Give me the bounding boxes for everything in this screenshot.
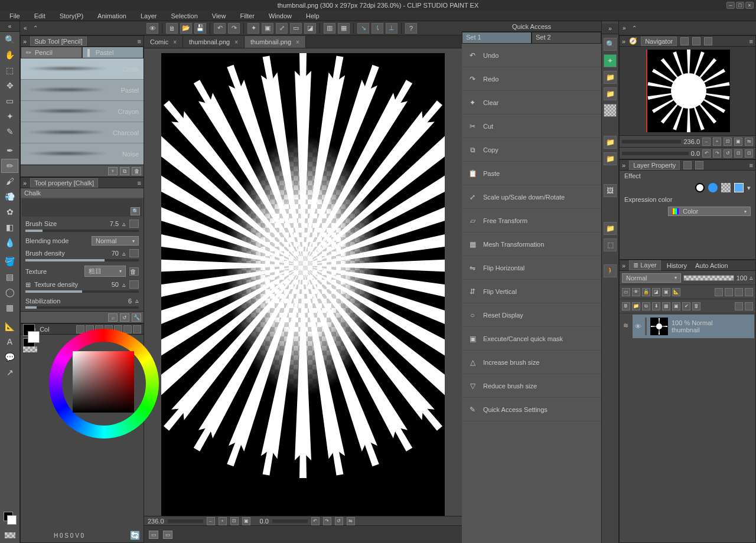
lyr-duplicate-icon[interactable]: ⧉: [642, 302, 650, 310]
effect-texture-icon[interactable]: [721, 183, 731, 192]
nav-cw-icon[interactable]: ↷: [713, 149, 721, 158]
menu-selection[interactable]: Selection: [165, 11, 204, 21]
zoom-value[interactable]: 236.0: [148, 518, 164, 525]
bg-swatch[interactable]: [28, 331, 40, 343]
timeline1-icon[interactable]: ▭: [149, 531, 158, 539]
lyr-lock-icon[interactable]: 🔒: [642, 288, 650, 296]
toolprop-save-icon[interactable]: ⌕: [108, 313, 118, 322]
collapse-up-icon[interactable]: ⌃: [632, 25, 637, 31]
menu-layer[interactable]: Layer: [135, 11, 163, 21]
fillsel-icon[interactable]: ▣: [262, 23, 273, 34]
nav-zoom-in-icon[interactable]: +: [713, 138, 721, 146]
dynamics-icon[interactable]: [129, 220, 139, 228]
lyr-draft-icon[interactable]: 👁: [632, 288, 640, 296]
color-tab1-icon[interactable]: [76, 325, 84, 333]
qa-free[interactable]: ▱Free Transform: [462, 209, 601, 233]
tool-correct[interactable]: ↗: [1, 365, 18, 380]
lyr-color2-icon[interactable]: [725, 288, 733, 296]
close-button[interactable]: ×: [745, 2, 754, 9]
undo-icon[interactable]: ↶: [214, 23, 226, 34]
panel-menu-icon[interactable]: ≡: [138, 38, 141, 45]
qa-copy[interactable]: ⧉Copy: [462, 138, 601, 162]
subtool-add-icon[interactable]: +: [108, 167, 118, 175]
value-brushsize[interactable]: 7.5: [101, 220, 119, 227]
foreground-background-swatches[interactable]: [1, 509, 18, 527]
brush-chalk[interactable]: Chalk: [21, 58, 144, 80]
dock-pose-icon[interactable]: 🚶: [604, 264, 617, 277]
menu-filter[interactable]: Filter: [234, 11, 260, 21]
stepper-icon[interactable]: ▵: [122, 250, 126, 257]
expand-icon[interactable]: »: [622, 162, 625, 169]
dock-folder2-icon[interactable]: 📁: [604, 87, 617, 100]
snap-grid-icon[interactable]: ⊥: [386, 23, 397, 34]
qa-reset[interactable]: ○Reset Display: [462, 303, 601, 327]
menu-file[interactable]: File: [4, 11, 26, 21]
help-icon[interactable]: ?: [405, 23, 417, 34]
nav-reset-icon[interactable]: ↺: [724, 149, 732, 158]
qa-clear[interactable]: ✦Clear: [462, 91, 601, 115]
dropdown-texture[interactable]: 粗目: [84, 266, 126, 277]
brush-charcoal[interactable]: Charcoal: [21, 122, 144, 143]
tool-hand[interactable]: ✋: [1, 48, 18, 62]
tool-brush[interactable]: 🖌: [1, 174, 18, 188]
lyr-extra2-icon[interactable]: [745, 302, 753, 310]
refresh-icon[interactable]: 🔄: [130, 531, 140, 540]
zoom-in-icon[interactable]: +: [219, 517, 227, 525]
subtool-dup-icon[interactable]: ⧉: [120, 167, 129, 175]
expand-icon[interactable]: »: [23, 179, 27, 187]
opacity-slider[interactable]: [683, 275, 734, 281]
slider-density[interactable]: [25, 259, 139, 261]
lyr-apply-icon[interactable]: ✔: [682, 302, 690, 310]
color-tab6-icon[interactable]: [123, 325, 132, 333]
redo-icon[interactable]: ↷: [228, 23, 240, 34]
collapse-icon[interactable]: «: [8, 23, 12, 30]
layer-item[interactable]: 👁 100 % Normal thumbnail: [633, 315, 754, 338]
timeline2-icon[interactable]: ▭: [163, 531, 172, 539]
transparent-swatch[interactable]: [23, 346, 37, 352]
tool-figure[interactable]: ◯: [1, 285, 18, 299]
fit-icon[interactable]: ⊡: [230, 517, 239, 525]
actual-icon[interactable]: ▣: [242, 517, 250, 525]
qa-scale[interactable]: ⤢Scale up/Scale down/Rotate: [462, 185, 601, 209]
subtool-delete-icon[interactable]: 🗑: [132, 167, 141, 175]
invert-icon[interactable]: ◪: [304, 23, 316, 34]
tool-move[interactable]: ✥: [1, 78, 18, 93]
qa-set2[interactable]: Set 2: [532, 32, 601, 44]
color-triangle[interactable]: [73, 351, 134, 413]
flip-icon[interactable]: ⇋: [347, 517, 355, 525]
layer-tab[interactable]: ≣ Layer: [629, 260, 661, 270]
clear-icon[interactable]: ✦: [247, 23, 259, 34]
toolprop-reset-icon[interactable]: ↺: [120, 313, 129, 322]
reset-rot-icon[interactable]: ↺: [335, 517, 343, 525]
grid-icon[interactable]: ▦: [338, 23, 350, 34]
lyr-clip-icon[interactable]: ◪: [652, 288, 660, 296]
lyr-extra1-icon[interactable]: [735, 302, 743, 310]
autoaction-tab[interactable]: Auto Action: [693, 261, 731, 270]
brush-crayon[interactable]: Crayon: [21, 101, 144, 122]
tool-text[interactable]: A: [1, 335, 18, 349]
nav-extra1-icon[interactable]: ⊡: [734, 149, 742, 158]
qa-set1[interactable]: Set 1: [462, 32, 532, 44]
effect-tone-icon[interactable]: [708, 183, 718, 192]
lyr-color1-icon[interactable]: [715, 288, 723, 296]
dock-folder4-icon[interactable]: 📁: [604, 152, 617, 165]
subtool-header[interactable]: Sub Tool [Pencil]: [30, 37, 87, 46]
toolprop-wrench-icon[interactable]: 🔧: [132, 313, 141, 322]
slider-texdens[interactable]: [25, 290, 139, 293]
tab-thumb1[interactable]: thumbnail.png×: [183, 36, 245, 48]
tool-blend[interactable]: 💧: [1, 235, 18, 250]
preview-zoom-icon[interactable]: 🔍: [131, 207, 140, 215]
navigator-preview[interactable]: [620, 47, 755, 135]
stepper-icon[interactable]: ▵: [135, 297, 139, 305]
dropdown-blend[interactable]: Normal: [92, 236, 139, 246]
collapse-icon[interactable]: »: [608, 25, 612, 32]
tool-eraser[interactable]: ◧: [1, 220, 18, 234]
canvas-area[interactable]: [144, 48, 462, 516]
lyr-mask-icon[interactable]: ▣: [662, 288, 670, 296]
dock-material-icon[interactable]: ✦: [604, 54, 617, 67]
nav-actual-icon[interactable]: ▣: [734, 138, 742, 146]
tool-gradient[interactable]: ▤: [1, 270, 18, 284]
tool-fill[interactable]: 🪣: [1, 254, 18, 269]
stepper-icon[interactable]: ▵: [122, 281, 126, 289]
dock-image-icon[interactable]: 🖼: [604, 184, 617, 197]
